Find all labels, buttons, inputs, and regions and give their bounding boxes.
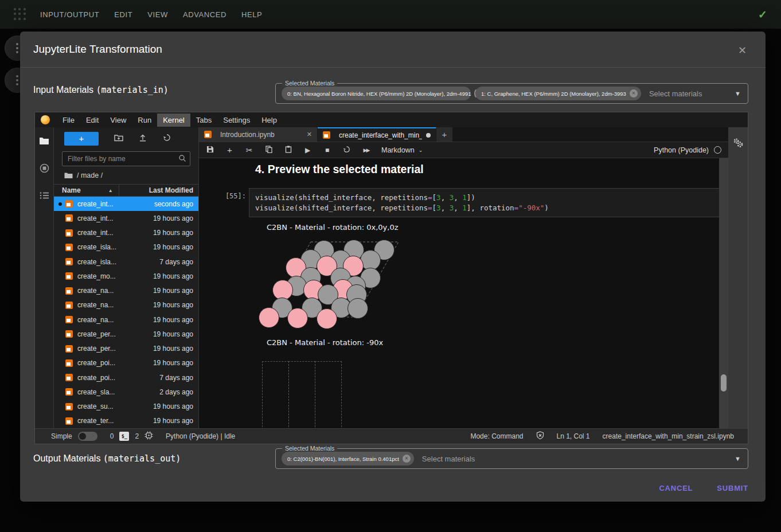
- cut-cells-icon[interactable]: ✂: [245, 146, 253, 155]
- table-of-contents-icon[interactable]: [40, 191, 49, 200]
- restart-run-all-icon[interactable]: ▶▶: [362, 147, 370, 153]
- file-browser: +: [54, 127, 199, 428]
- simple-mode-toggle[interactable]: [78, 432, 97, 441]
- material-chip[interactable]: 1: C, Graphene, HEX (P6/mmm) 2D (Monolay…: [475, 87, 641, 100]
- dropdown-caret-icon[interactable]: ▼: [735, 90, 741, 97]
- file-row[interactable]: create_isla... 19 hours ago: [54, 240, 198, 255]
- kernel-chip-icon[interactable]: [145, 431, 153, 441]
- notebook-file-icon: [65, 229, 73, 237]
- app-menu-bar: INPUT/OUTPUTEDITVIEWADVANCEDHELP ✓: [0, 0, 781, 29]
- notebook-content[interactable]: 4. Preview the selected material [55]: v…: [199, 158, 728, 428]
- settings-gears-icon[interactable]: [733, 138, 743, 428]
- new-folder-icon[interactable]: [114, 134, 124, 144]
- material-chip[interactable]: 0: BN, Hexagonal Boron Nitride, HEX (P6/…: [282, 87, 471, 100]
- upload-icon[interactable]: [138, 134, 148, 144]
- notebook-scrollbar[interactable]: [719, 158, 728, 428]
- jupyter-menu-item[interactable]: Settings: [217, 114, 256, 127]
- file-row[interactable]: create_na... 19 hours ago: [54, 298, 198, 312]
- submit-button[interactable]: SUBMIT: [717, 484, 748, 492]
- jupyter-menu-item[interactable]: Kernel: [157, 114, 190, 127]
- input-materials-text: Input Materials: [33, 85, 96, 95]
- kernel-indicator[interactable]: Python (Pyodide): [654, 146, 721, 154]
- app-menu-item[interactable]: VIEW: [147, 10, 168, 19]
- file-row[interactable]: create_poi... 7 days ago: [54, 370, 198, 385]
- add-cell-icon[interactable]: +: [225, 145, 234, 155]
- code-cell[interactable]: visualize(shifted_interface, repetitions…: [249, 188, 720, 217]
- app-menu-item[interactable]: HELP: [241, 10, 262, 19]
- terminal-icon[interactable]: $_: [119, 432, 129, 441]
- close-icon[interactable]: ✕: [738, 44, 747, 57]
- notebook-file-icon: [65, 316, 73, 323]
- app-menu-item[interactable]: INPUT/OUTPUT: [40, 10, 99, 19]
- notebook-file-icon: [65, 330, 73, 338]
- file-row[interactable]: create_su... 19 hours ago: [54, 400, 198, 414]
- column-last-modified[interactable]: Last Modified: [149, 186, 198, 194]
- file-row[interactable]: create_int... 19 hours ago: [54, 226, 198, 240]
- dropdown-caret-icon[interactable]: ▼: [735, 455, 741, 462]
- file-row[interactable]: create_per... 19 hours ago: [54, 342, 198, 356]
- chip-remove-icon[interactable]: ✕: [403, 455, 411, 463]
- copy-cells-icon[interactable]: [264, 146, 273, 155]
- mode-indicator[interactable]: Mode: Command: [470, 432, 523, 440]
- output-materials-select[interactable]: Selected Materials 0: C2(001)-BN(001), I…: [275, 448, 748, 469]
- file-row[interactable]: create_per... 19 hours ago: [54, 327, 198, 341]
- add-tab-button[interactable]: +: [436, 127, 452, 142]
- app-menu-item[interactable]: EDIT: [114, 10, 132, 19]
- kernel-status-icon: [714, 146, 721, 154]
- file-row[interactable]: create_int... 19 hours ago: [54, 211, 198, 225]
- running-sessions-icon[interactable]: [40, 163, 49, 173]
- tab-label: create_interface_with_min_: [339, 131, 422, 139]
- cell-type-dropdown[interactable]: Markdown ⌄: [381, 146, 423, 154]
- jupyter-menu-item[interactable]: Run: [132, 114, 157, 127]
- jupyter-menu-item[interactable]: View: [104, 114, 132, 127]
- new-launcher-button[interactable]: +: [64, 132, 99, 146]
- input-materials-select[interactable]: Selected Materials 0: BN, Hexagonal Boro…: [275, 83, 748, 104]
- tab-introduction[interactable]: Introduction.ipynb ✕: [199, 127, 318, 142]
- jupyter-menu-item[interactable]: Edit: [80, 114, 104, 127]
- file-row[interactable]: create_isla... 7 days ago: [54, 255, 198, 269]
- breadcrumb[interactable]: / made /: [54, 166, 198, 184]
- cancel-button[interactable]: CANCEL: [659, 484, 693, 492]
- restart-kernel-icon[interactable]: [342, 146, 351, 155]
- refresh-icon[interactable]: [162, 134, 172, 144]
- scrollbar-thumb[interactable]: [721, 374, 727, 392]
- tab-close-icon[interactable]: ✕: [307, 131, 312, 138]
- kernel-status-text[interactable]: Python (Pyodide) | Idle: [166, 432, 235, 440]
- selected-materials-legend: Selected Materials: [282, 80, 337, 87]
- file-browser-icon[interactable]: [39, 136, 49, 145]
- chip-remove-icon[interactable]: ✕: [630, 89, 638, 97]
- file-row[interactable]: create_na... 19 hours ago: [54, 312, 198, 327]
- material-chip[interactable]: 0: C2(001)-BN(001), Interface, Strain 0.…: [282, 452, 414, 466]
- file-modified: 19 hours ago: [153, 417, 198, 425]
- file-row[interactable]: create_sla... 2 days ago: [54, 385, 198, 399]
- column-name[interactable]: Name: [54, 186, 81, 194]
- save-icon[interactable]: [206, 146, 214, 155]
- sort-ascending-icon[interactable]: ▲: [108, 188, 113, 193]
- select-materials-placeholder: Select materials: [649, 89, 702, 98]
- jupyter-menu-item[interactable]: Help: [256, 114, 283, 127]
- trust-shield-icon[interactable]: [536, 431, 544, 441]
- app-menu-item[interactable]: ADVANCED: [183, 10, 227, 19]
- jupyter-menu-item[interactable]: File: [57, 114, 80, 127]
- file-row[interactable]: create_mo... 19 hours ago: [54, 269, 198, 283]
- cursor-position[interactable]: Ln 1, Col 1: [557, 432, 590, 440]
- file-row[interactable]: create_na... 19 hours ago: [54, 284, 198, 298]
- file-modified: 19 hours ago: [153, 243, 198, 251]
- file-browser-toolbar: +: [54, 127, 198, 149]
- filter-files-input[interactable]: [62, 151, 190, 166]
- dialog-header: JupyterLite Transformation ✕: [20, 32, 766, 68]
- kernels-count: 2: [135, 432, 139, 440]
- check-icon[interactable]: ✓: [758, 8, 767, 21]
- file-row[interactable]: create_poi... 19 hours ago: [54, 356, 198, 370]
- file-modified: 19 hours ago: [153, 345, 198, 353]
- jupyter-menu-item[interactable]: Tabs: [190, 114, 217, 127]
- file-name: create_isla...: [77, 243, 116, 251]
- tab-create-interface[interactable]: create_interface_with_min_: [318, 127, 436, 142]
- file-row[interactable]: create_ter... 19 hours ago: [54, 414, 198, 428]
- jupyterlite-transformation-dialog: JupyterLite Transformation ✕ Input Mater…: [20, 32, 766, 502]
- paste-cells-icon[interactable]: [284, 146, 292, 155]
- stop-kernel-icon[interactable]: ■: [323, 146, 331, 154]
- run-cell-icon[interactable]: ▶: [303, 146, 312, 154]
- unsaved-changes-dot: [426, 133, 431, 138]
- file-row[interactable]: create_int... seconds ago: [54, 197, 198, 211]
